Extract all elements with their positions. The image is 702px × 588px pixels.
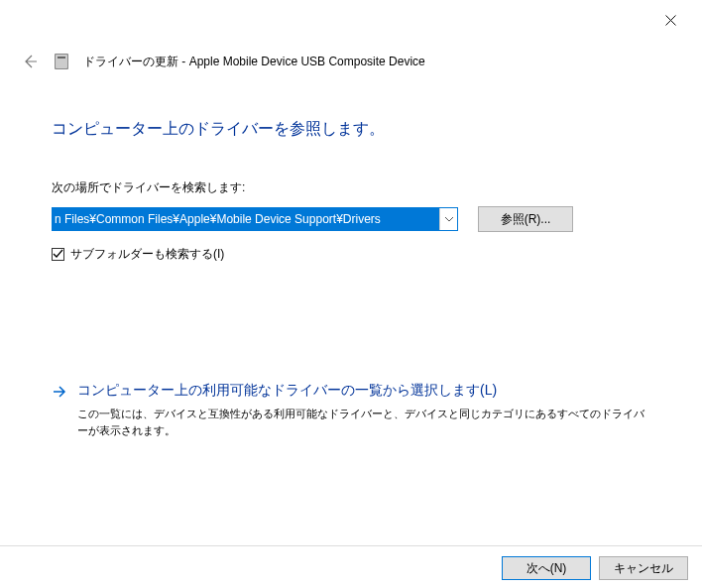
pick-from-list-content: コンピューター上の利用可能なドライバーの一覧から選択します(L) この一覧には、… bbox=[77, 382, 650, 438]
back-button[interactable] bbox=[20, 52, 40, 71]
subfolder-checkbox-label[interactable]: サブフォルダーも検索する(I) bbox=[70, 246, 224, 263]
pick-from-list-link[interactable]: コンピューター上の利用可能なドライバーの一覧から選択します(L) bbox=[77, 382, 650, 400]
device-icon bbox=[52, 52, 71, 71]
pick-from-list-description: この一覧には、デバイスと互換性がある利用可能なドライバーと、デバイスと同じカテゴ… bbox=[77, 406, 650, 438]
cancel-button[interactable]: キャンセル bbox=[599, 556, 688, 580]
subfolder-checkbox-row: サブフォルダーも検索する(I) bbox=[52, 246, 650, 263]
svg-rect-2 bbox=[58, 57, 65, 59]
dropdown-arrow-icon[interactable] bbox=[439, 208, 457, 230]
footer: 次へ(N) キャンセル bbox=[0, 545, 702, 580]
browse-button-label: 参照(R)... bbox=[501, 211, 551, 228]
next-button-label: 次へ(N) bbox=[526, 560, 567, 577]
pick-from-list-section: コンピューター上の利用可能なドライバーの一覧から選択します(L) この一覧には、… bbox=[52, 382, 650, 438]
header: ドライバーの更新 - Apple Mobile Device USB Compo… bbox=[0, 40, 702, 71]
titlebar bbox=[0, 0, 702, 40]
search-location-label: 次の場所でドライバーを検索します: bbox=[52, 179, 650, 196]
arrow-right-icon bbox=[52, 384, 67, 403]
path-value[interactable]: n Files¥Common Files¥Apple¥Mobile Device… bbox=[53, 208, 439, 230]
close-button[interactable] bbox=[654, 8, 686, 32]
browse-button[interactable]: 参照(R)... bbox=[478, 206, 573, 232]
cancel-button-label: キャンセル bbox=[614, 560, 673, 577]
content-area: コンピューター上のドライバーを参照します。 次の場所でドライバーを検索します: … bbox=[0, 71, 702, 438]
subfolder-checkbox[interactable] bbox=[52, 248, 64, 261]
path-row: n Files¥Common Files¥Apple¥Mobile Device… bbox=[52, 206, 650, 232]
next-button[interactable]: 次へ(N) bbox=[502, 556, 591, 580]
window-title: ドライバーの更新 - Apple Mobile Device USB Compo… bbox=[83, 54, 425, 70]
path-combobox[interactable]: n Files¥Common Files¥Apple¥Mobile Device… bbox=[52, 207, 458, 231]
page-heading: コンピューター上のドライバーを参照します。 bbox=[52, 119, 650, 140]
